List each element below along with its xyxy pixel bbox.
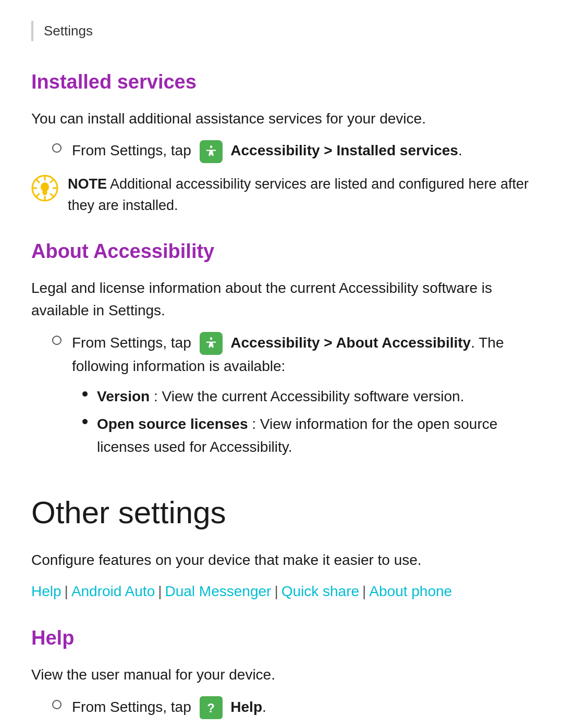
list-item-content: From Settings, tap Accessibility > About… <box>72 331 532 463</box>
other-settings-body: Configure features on your device that m… <box>31 549 532 571</box>
link-separator: | <box>362 581 366 602</box>
svg-line-9 <box>36 194 39 196</box>
list-item-bold-text: Accessibility > About Accessibility <box>230 335 471 351</box>
list-item: From Settings, tap Accessibility > About… <box>52 331 532 463</box>
links-row: Help | Android Auto | Dual Messenger | Q… <box>31 581 532 602</box>
about-accessibility-body: Legal and license information about the … <box>31 277 532 322</box>
list-item-bold-text: Help <box>230 699 262 715</box>
bullet-dot-icon <box>82 391 88 397</box>
list-item: From Settings, tap ? Help. <box>52 696 532 720</box>
sub-item-bold: Open source licenses <box>97 416 248 432</box>
link-android-auto[interactable]: Android Auto <box>71 581 155 602</box>
help-title: Help <box>31 623 532 653</box>
svg-point-0 <box>210 145 212 148</box>
sub-item-content: Version : View the current Accessibility… <box>97 385 464 408</box>
header-label: Settings <box>44 23 93 39</box>
list-item-bold-text: Accessibility > Installed services <box>230 142 458 158</box>
note-icon <box>31 175 58 202</box>
help-section: Help View the user manual for your devic… <box>31 623 532 719</box>
page-header: Settings <box>31 21 532 41</box>
svg-rect-11 <box>42 191 47 193</box>
svg-rect-12 <box>43 193 47 195</box>
accessibility-icon <box>200 140 223 163</box>
list-item-text-before: From Settings, tap <box>72 142 195 158</box>
svg-point-10 <box>41 182 49 192</box>
installed-services-title: Installed services <box>31 67 532 97</box>
note-label: NOTE <box>68 176 107 192</box>
link-quick-share[interactable]: Quick share <box>282 581 359 602</box>
list-item-text-before: From Settings, tap <box>72 699 195 715</box>
bullet-dot-icon <box>82 419 88 424</box>
circle-bullet-icon <box>52 700 62 709</box>
list-item-row: From Settings, tap Accessibility > About… <box>72 331 532 378</box>
list-item-content: From Settings, tap Accessibility > Insta… <box>72 139 462 163</box>
link-dual-messenger[interactable]: Dual Messenger <box>165 581 272 602</box>
sub-item-text: : View the current Accessibility softwar… <box>154 388 464 404</box>
list-item-text-before: From Settings, tap <box>72 335 195 351</box>
sub-list-item: Version : View the current Accessibility… <box>82 385 532 408</box>
help-icon: ? <box>200 696 223 719</box>
installed-services-section: Installed services You can install addit… <box>31 67 532 216</box>
link-separator: | <box>274 581 278 602</box>
svg-line-7 <box>51 194 53 196</box>
installed-services-body: You can install additional assistance se… <box>31 107 532 130</box>
svg-point-13 <box>210 338 212 340</box>
sub-list-item: Open source licenses : View information … <box>82 413 532 458</box>
circle-bullet-icon <box>52 143 62 153</box>
link-separator: | <box>158 581 162 602</box>
circle-bullet-icon <box>52 336 62 345</box>
link-about-phone[interactable]: About phone <box>369 581 452 602</box>
sub-item-content: Open source licenses : View information … <box>97 413 532 458</box>
note-text: Additional accessibility services are li… <box>68 176 529 213</box>
sub-item-bold: Version <box>97 388 150 404</box>
note-content: NOTE Additional accessibility services a… <box>68 174 532 216</box>
svg-line-8 <box>51 180 53 182</box>
about-accessibility-section: About Accessibility Legal and license in… <box>31 237 532 463</box>
list-item: From Settings, tap Accessibility > Insta… <box>52 139 532 163</box>
link-separator: | <box>65 581 68 602</box>
list-item-period: . <box>458 142 462 158</box>
other-settings-section: Other settings Configure features on you… <box>31 489 532 602</box>
accessibility-icon <box>200 332 223 355</box>
list-item-period: . <box>262 699 266 715</box>
help-body: View the user manual for your device. <box>31 663 532 686</box>
other-settings-title: Other settings <box>31 489 532 536</box>
note-box: NOTE Additional accessibility services a… <box>31 174 532 216</box>
list-item-content: From Settings, tap ? Help. <box>72 696 266 720</box>
about-accessibility-title: About Accessibility <box>31 237 532 266</box>
link-help[interactable]: Help <box>31 581 62 602</box>
svg-line-6 <box>36 180 39 182</box>
